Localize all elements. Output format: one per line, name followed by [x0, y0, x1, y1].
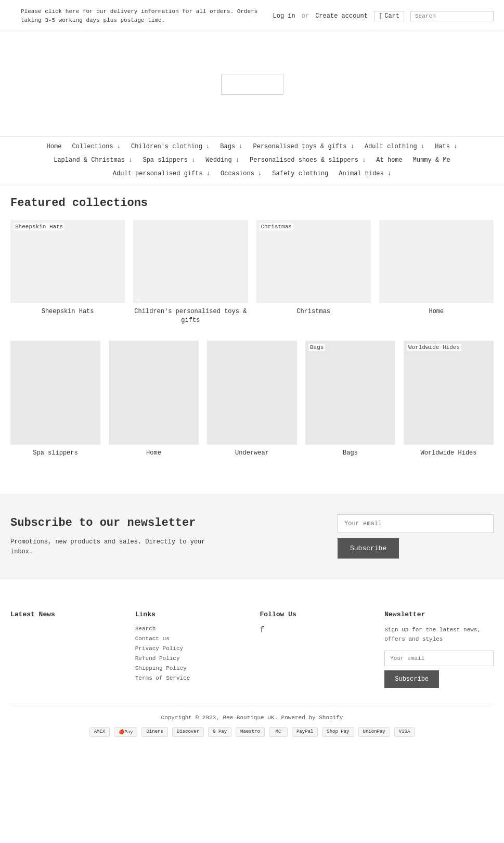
- collection-item-bags[interactable]: Bags Bags: [305, 341, 395, 458]
- nav-item-childrens-clothing[interactable]: Children's clothing ↓: [126, 141, 215, 152]
- subscribe-email-input[interactable]: [338, 514, 494, 533]
- nav-item-home[interactable]: Home: [42, 141, 67, 152]
- collection-name-bags: Bags: [305, 449, 395, 458]
- footer-newsletter-col: Newsletter Sign up for the latest news, …: [384, 611, 494, 688]
- nav-item-animal-hides[interactable]: Animal hides ↓: [333, 168, 396, 179]
- collection-label-christmas: Christmas: [260, 223, 293, 230]
- subscribe-button[interactable]: Subscribe: [338, 538, 399, 559]
- subscribe-right: Subscribe: [338, 514, 494, 559]
- collection-name-childrens-toys: Children's personalised toys & gifts: [133, 307, 248, 325]
- collection-image-christmas: Christmas: [256, 220, 371, 303]
- collection-label-bags: Bags: [308, 344, 325, 351]
- cart-button[interactable]: [ Cart: [374, 11, 404, 21]
- collection-label-worldwide: Worldwide Hides: [407, 344, 461, 351]
- footer-link-shipping[interactable]: Shipping Policy: [135, 665, 244, 671]
- footer-link-terms[interactable]: Terms of Service: [135, 675, 244, 681]
- footer-follow-col: Follow Us f: [260, 611, 369, 688]
- nav-item-wedding[interactable]: Wedding ↓: [200, 154, 244, 166]
- collection-item-worldwide-hides[interactable]: Worldwide Hides Worldwide Hides: [404, 341, 494, 458]
- footer-link-privacy[interactable]: Privacy Policy: [135, 645, 244, 652]
- collection-item-home[interactable]: Home: [379, 220, 494, 325]
- payment-shop-pay: Shop Pay: [322, 727, 354, 737]
- featured-collections-title: Featured collections: [10, 197, 494, 210]
- cart-bracket-open: [: [379, 12, 382, 20]
- nav-item-collections[interactable]: Collections ↓: [67, 141, 126, 152]
- footer-link-search[interactable]: Search: [135, 626, 244, 632]
- collection-item-childrens-toys[interactable]: Children's personalised toys & gifts: [133, 220, 248, 325]
- payment-maestro: Maestro: [236, 727, 265, 737]
- nav-item-hats[interactable]: Hats ↓: [430, 141, 462, 152]
- payment-diners: Diners: [141, 727, 167, 737]
- collection-name-underwear: Underwear: [207, 449, 297, 458]
- collection-row-2: Spa slippers Home Underwear Bags Bags Wo…: [10, 341, 494, 458]
- announcement-bar: Please click here for our delivery infor…: [10, 3, 270, 29]
- copyright-text: Copyright © 2023, Bee-Boutique UK. Power…: [10, 715, 494, 721]
- collection-image-sheepskin: Sheepskin Hats: [10, 220, 125, 303]
- search-input[interactable]: [410, 11, 494, 21]
- footer-newsletter-title: Newsletter: [384, 611, 494, 618]
- nav-row-3: Adult personalised gifts ↓ Occasions ↓ S…: [10, 168, 494, 179]
- cart-label: Cart: [384, 12, 399, 20]
- nav-item-adult-personalised[interactable]: Adult personalised gifts ↓: [108, 168, 215, 179]
- nav-item-safety-clothing[interactable]: Safety clothing: [267, 168, 333, 179]
- footer-grid: Latest News Links Search Contact us Priv…: [10, 611, 494, 688]
- collection-name-christmas: Christmas: [256, 307, 371, 316]
- payment-icons: AMEX 🍎Pay Diners Discover G Pay Maestro …: [10, 727, 494, 737]
- main-content: Featured collections Sheepskin Hats Shee…: [0, 186, 504, 483]
- payment-amex: AMEX: [89, 727, 110, 737]
- footer-link-refund[interactable]: Refund Policy: [135, 655, 244, 662]
- footer-links-title: Links: [135, 611, 244, 618]
- nav-item-bags[interactable]: Bags ↓: [215, 141, 248, 152]
- login-link[interactable]: Log in: [273, 12, 295, 20]
- collection-item-christmas[interactable]: Christmas Christmas: [256, 220, 371, 325]
- collection-image-home2: [109, 341, 199, 445]
- header-top-right: Log in or Create account [ Cart: [273, 11, 494, 21]
- nav-item-personalised-shoes[interactable]: Personalised shoes & slippers ↓: [244, 154, 371, 166]
- collection-image-childrens-toys: [133, 220, 248, 303]
- footer: Latest News Links Search Contact us Priv…: [0, 590, 504, 747]
- payment-apple-pay: 🍎Pay: [114, 727, 137, 737]
- collection-item-underwear[interactable]: Underwear: [207, 341, 297, 458]
- nav-item-personalised-toys[interactable]: Personalised toys & gifts ↓: [248, 141, 359, 152]
- collection-image-bags: Bags: [305, 341, 395, 445]
- collection-name-sheepskin: Sheepskin Hats: [10, 307, 125, 316]
- collection-item-sheepskin-hats[interactable]: Sheepskin Hats Sheepskin Hats: [10, 220, 125, 325]
- footer-bottom: Copyright © 2023, Bee-Boutique UK. Power…: [10, 704, 494, 737]
- or-divider: or: [302, 12, 309, 20]
- nav-item-adult-clothing[interactable]: Adult clothing ↓: [359, 141, 430, 152]
- collection-name-worldwide: Worldwide Hides: [404, 449, 494, 458]
- collection-image-home: [379, 220, 494, 303]
- collection-label-sheepskin: Sheepskin Hats: [14, 223, 64, 230]
- payment-union-pay: UnionPay: [358, 727, 390, 737]
- collection-row-1: Sheepskin Hats Sheepskin Hats Children's…: [10, 220, 494, 325]
- facebook-icon[interactable]: f: [260, 626, 265, 635]
- collection-name-home2: Home: [109, 449, 199, 458]
- collection-image-underwear: [207, 341, 297, 445]
- payment-paypal: PayPal: [292, 727, 318, 737]
- logo[interactable]: [221, 74, 283, 95]
- announcement-text: Please click here for our delivery infor…: [10, 3, 270, 29]
- payment-mastercard: MC: [269, 727, 288, 737]
- main-nav: Home Collections ↓ Children's clothing ↓…: [0, 136, 504, 186]
- collection-name-spa: Spa slippers: [10, 449, 100, 458]
- nav-item-lapland[interactable]: Lapland & Christmas ↓: [48, 154, 137, 166]
- nav-item-occasions[interactable]: Occasions ↓: [215, 168, 267, 179]
- footer-newsletter-input[interactable]: [384, 651, 494, 666]
- subscribe-left: Subscribe to our newsletter Promotions, …: [10, 516, 228, 557]
- footer-link-contact[interactable]: Contact us: [135, 636, 244, 642]
- header-top: Please click here for our delivery infor…: [0, 0, 504, 32]
- collection-name-home: Home: [379, 307, 494, 316]
- collection-item-home2[interactable]: Home: [109, 341, 199, 458]
- nav-item-at-home[interactable]: At home: [371, 154, 407, 166]
- collection-item-spa[interactable]: Spa slippers: [10, 341, 100, 458]
- footer-newsletter-desc: Sign up for the latest news, offers and …: [384, 626, 494, 644]
- payment-gpay: G Pay: [208, 727, 231, 737]
- collection-image-worldwide: Worldwide Hides: [404, 341, 494, 445]
- footer-newsletter-btn[interactable]: Subscribe: [384, 670, 439, 688]
- nav-item-mummy-me[interactable]: Mummy & Me: [408, 154, 456, 166]
- collection-sublabel-childrens: [136, 299, 139, 300]
- nav-item-spa-slippers[interactable]: Spa slippers ↓: [137, 154, 200, 166]
- payment-discover: Discover: [172, 727, 204, 737]
- collection-image-spa: [10, 341, 100, 445]
- create-account-link[interactable]: Create account: [315, 12, 368, 20]
